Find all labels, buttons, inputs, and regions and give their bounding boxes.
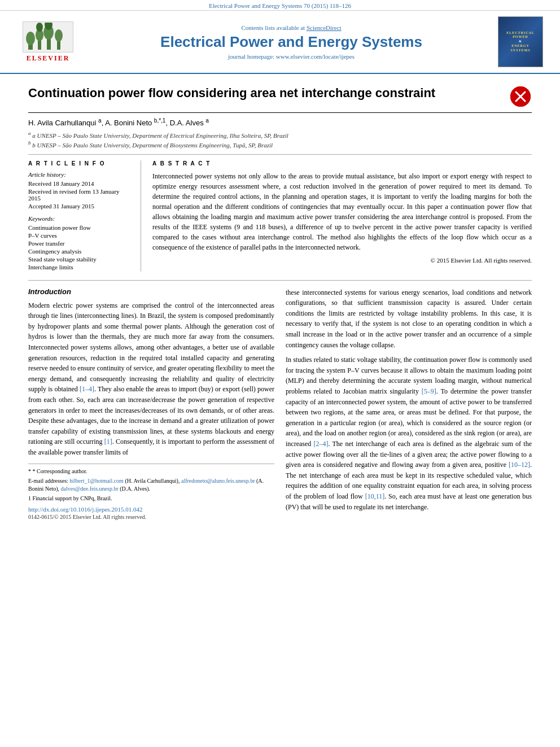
elsevier-logo: ELSEVIER — [11, 21, 85, 63]
issn-line: 0142-0615/© 2015 Elsevier Ltd. All right… — [28, 514, 274, 520]
footnote-section: * * Corresponding author. E-mail address… — [28, 464, 274, 520]
keyword-4: Contingency analysis — [28, 248, 132, 255]
svg-point-7 — [55, 29, 63, 42]
two-column-body: Introduction Modern electric power syste… — [28, 287, 532, 520]
keyword-2: P–V curves — [28, 232, 132, 239]
doi-link[interactable]: http://dx.doi.org/10.1016/j.ijepes.2015.… — [28, 506, 274, 513]
keywords-section: Keywords: Continuation power flow P–V cu… — [28, 215, 132, 270]
history-label: Article history: — [28, 171, 132, 178]
svg-point-1 — [26, 32, 35, 45]
article-info-abstract: A R T I C L E I N F O Article history: R… — [28, 154, 532, 272]
journal-bar-text: Electrical Power and Energy Systems 70 (… — [209, 2, 351, 9]
keyword-1: Continuation power flow — [28, 224, 132, 231]
affil-b: b b UNESP – São Paulo State University, … — [28, 140, 532, 148]
right-paragraph-1: these interconnected systems for various… — [286, 287, 532, 351]
ref-1[interactable]: [1] — [104, 438, 112, 445]
journal-homepage: journal homepage: www.elsevier.com/locat… — [90, 53, 492, 60]
left-column: Introduction Modern electric power syste… — [28, 287, 274, 520]
article-info-col: A R T I C L E I N F O Article history: R… — [28, 160, 141, 272]
elsevier-logo-section: ELSEVIER — [11, 21, 85, 63]
abstract-col: A B S T R A C T Interconnected power sys… — [152, 160, 532, 272]
keywords-label: Keywords: — [28, 215, 132, 222]
article-title-section: Continuation power flow considering area… — [28, 85, 532, 113]
copyright-line: © 2015 Elsevier Ltd. All rights reserved… — [152, 257, 532, 264]
sciencedirect-link[interactable]: ScienceDirect — [307, 24, 342, 31]
science-direct-text[interactable]: Contents lists available at ScienceDirec… — [90, 24, 492, 31]
introduction-heading: Introduction — [28, 287, 274, 296]
ref-10-12[interactable]: [10–12] — [509, 461, 530, 469]
article-history: Article history: Received 18 January 201… — [28, 171, 132, 209]
main-content: Continuation power flow considering area… — [0, 74, 560, 531]
abstract-label: A B S T R A C T — [152, 160, 532, 167]
keyword-3: Power transfer — [28, 240, 132, 247]
svg-point-8 — [36, 23, 43, 32]
right-paragraph-2: In studies related to static voltage sta… — [286, 355, 532, 512]
article-info-label: A R T I C L E I N F O — [28, 160, 132, 167]
journal-cover-section: ELECTRICALPOWER&ENERGYSYSTEMS — [498, 16, 549, 67]
keyword-6: Interchange limits — [28, 264, 132, 270]
article-title: Continuation power flow considering area… — [28, 85, 504, 102]
ref-5-9[interactable]: [5–9] — [422, 387, 436, 395]
journal-title: Electrical Power and Energy Systems — [90, 33, 492, 51]
right-column: these interconnected systems for various… — [286, 287, 532, 520]
keyword-5: Stead state voltage stability — [28, 256, 132, 263]
email1-link[interactable]: hilbert_1@hotmail.com — [69, 478, 124, 484]
email3-link[interactable]: dalves@dee.feis.unesp.br — [61, 486, 119, 492]
journal-cover-thumbnail: ELECTRICALPOWER&ENERGYSYSTEMS — [498, 16, 543, 67]
elsevier-tree-icon — [23, 21, 73, 53]
journal-header: ELSEVIER Contents lists available at Sci… — [0, 11, 560, 74]
footnote-corresponding: * * Corresponding author. — [28, 468, 274, 475]
section-divider — [28, 280, 532, 281]
elsevier-label: ELSEVIER — [27, 54, 70, 63]
abstract-text: Interconnected power systems not only al… — [152, 171, 532, 252]
affil-a: a a UNESP – São Paulo State University, … — [28, 130, 532, 139]
journal-header-center: Contents lists available at ScienceDirec… — [90, 24, 492, 60]
authors-line: H. Avila Carhullanqui a, A. Bonini Neto … — [28, 117, 532, 127]
received-date: Received 18 January 2014 — [28, 180, 132, 187]
accepted-date: Accepted 31 January 2015 — [28, 203, 132, 209]
footnote-financial: 1 Financial support by CNPq, Brazil. — [28, 495, 274, 503]
intro-paragraph-1: Modern electric power systems are compri… — [28, 300, 274, 458]
footnote-star: * — [28, 468, 33, 474]
crossmark-badge[interactable] — [510, 86, 531, 107]
email2-link[interactable]: alfredoneto@aluno.feis.unesp.br — [181, 478, 255, 484]
ref-10-11[interactable]: [10,11] — [365, 492, 385, 500]
ref-1-4[interactable]: [1–4] — [80, 385, 94, 393]
crossmark[interactable] — [509, 85, 532, 108]
journal-bar: Electrical Power and Energy Systems 70 (… — [0, 0, 560, 11]
affiliations: a a UNESP – São Paulo State University, … — [28, 130, 532, 148]
revised-date: Received in revised form 13 January 2015 — [28, 188, 132, 202]
ref-2-4[interactable]: [2–4] — [314, 440, 329, 448]
footnote-emails: E-mail addresses: hilbert_1@hotmail.com … — [28, 477, 274, 493]
